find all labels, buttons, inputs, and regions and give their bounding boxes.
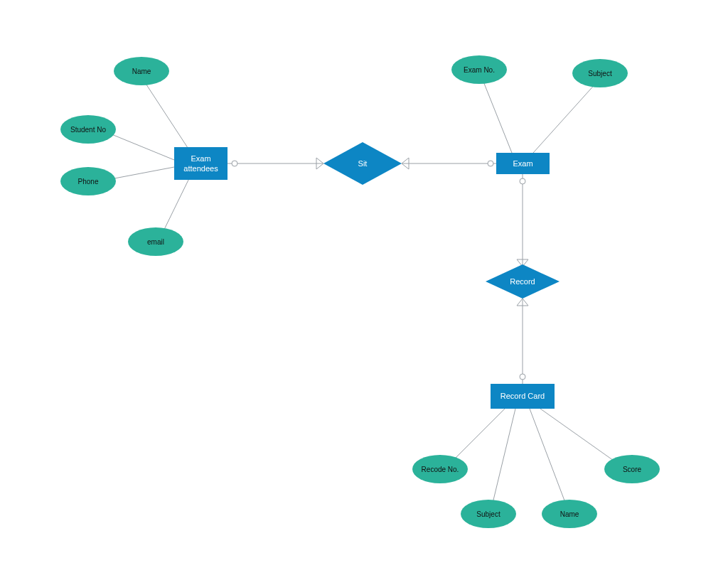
svg-line-10	[483, 82, 512, 153]
attribute-exam-no: Exam No.	[451, 55, 507, 84]
svg-line-11	[533, 82, 597, 153]
attribute-label: Name	[132, 68, 151, 75]
attribute-label: Recode No.	[422, 466, 459, 473]
attribute-label: Score	[623, 466, 641, 473]
attribute-rc-subject: Subject	[461, 500, 516, 528]
svg-point-9	[488, 161, 493, 166]
attribute-phone: Phone	[60, 167, 116, 195]
attribute-label: Exam No.	[464, 66, 495, 74]
attribute-exam-subject: Subject	[572, 59, 628, 87]
entity-label: Exam attendees	[177, 154, 225, 174]
attribute-email: email	[128, 227, 183, 256]
relationship-label: Record	[510, 277, 535, 286]
attribute-score: Score	[604, 455, 660, 483]
attribute-label: Name	[560, 510, 579, 518]
relationship-record: Record	[486, 264, 560, 299]
svg-point-17	[520, 374, 525, 380]
relationship-sit-wrapper: Sit	[323, 142, 402, 185]
relationship-label: Sit	[358, 159, 368, 168]
attribute-label: Subject	[476, 510, 500, 518]
attribute-label: Subject	[588, 70, 611, 77]
attribute-rc-name: Name	[542, 500, 597, 528]
svg-point-5	[232, 161, 237, 166]
svg-line-0	[142, 78, 192, 154]
entity-label: Exam	[513, 159, 532, 168]
relationship-sit: Sit	[323, 142, 402, 185]
svg-line-19	[491, 409, 515, 512]
attribute-label: email	[147, 238, 164, 246]
entity-exam: Exam	[496, 153, 550, 174]
attribute-student-no: Student No	[60, 115, 116, 144]
attribute-label: Phone	[78, 178, 99, 186]
entity-record-card: Record Card	[491, 384, 555, 409]
attribute-name: Name	[114, 57, 169, 85]
svg-point-13	[520, 178, 525, 184]
attribute-label: Student No	[70, 126, 106, 134]
entity-label: Record Card	[500, 391, 545, 401]
relationship-record-wrapper: Record	[486, 264, 560, 299]
entity-exam-attendees: Exam attendees	[174, 147, 228, 180]
svg-line-20	[530, 409, 569, 512]
connector-layer	[0, 0, 728, 580]
attribute-recode-no: Recode No.	[412, 455, 468, 483]
